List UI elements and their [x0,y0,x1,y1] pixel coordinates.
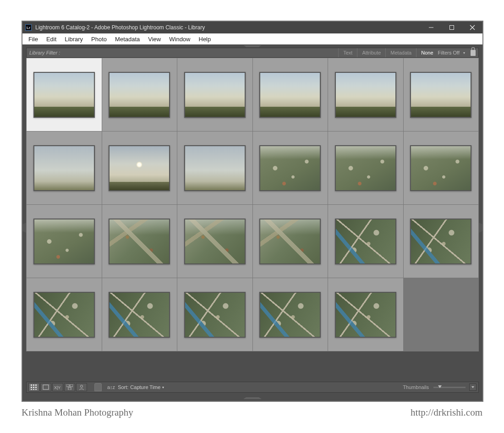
title-bar: Lr Lightroom 6 Catalog-2 - Adobe Photosh… [22,22,482,33]
thumbnail-cell[interactable] [253,205,328,278]
filter-tab-none[interactable]: None [416,48,438,57]
sort-label: Sort: [118,384,128,390]
thumbnail-image [335,72,396,118]
maximize-button[interactable] [441,22,462,33]
menu-window[interactable]: Window [165,36,194,43]
thumbnail-image [109,72,170,118]
thumbnail-image [259,145,321,191]
compare-view-button[interactable]: X|Y [52,383,63,391]
image-caption: Krishna Mohan Photography http://drkrish… [22,407,482,418]
thumbnail-image [184,145,246,191]
thumbnail-image [259,72,321,118]
thumbnail-cell[interactable] [102,278,177,351]
thumbnail-cell[interactable] [177,278,252,351]
thumbnail-cell[interactable] [102,205,177,278]
minimize-button[interactable] [421,22,441,33]
thumbnail-cell[interactable] [27,58,102,131]
svg-rect-9 [35,387,37,388]
svg-rect-17 [68,388,71,390]
svg-rect-15 [66,384,69,387]
thumbnail-image [335,145,396,191]
menu-photo[interactable]: Photo [87,36,111,43]
menu-view[interactable]: View [144,36,165,43]
thumbnail-cell[interactable] [328,278,403,351]
thumbnail-cell[interactable] [27,132,102,204]
svg-rect-8 [33,387,34,388]
bottom-toolbar: X|Y a↕z Sort: Capture Time ▾ Thumbnails [26,382,479,393]
menu-edit[interactable]: Edit [42,36,60,43]
thumbnail-cell[interactable] [328,58,403,131]
thumbnail-cell[interactable] [328,205,403,278]
thumbnail-image [33,72,95,118]
thumbnail-image [410,219,471,264]
app-window: Lr Lightroom 6 Catalog-2 - Adobe Photosh… [22,21,483,402]
panel-grip-bottom[interactable] [22,396,482,400]
thumbnail-cell[interactable] [404,132,479,204]
svg-rect-5 [33,384,34,386]
menu-help[interactable]: Help [195,36,215,43]
thumbnail-image [33,219,95,264]
menu-metadata[interactable]: Metadata [111,36,144,43]
svg-text:X|Y: X|Y [54,385,60,390]
thumbnail-cell[interactable] [177,58,252,131]
thumbnail-image [410,145,471,191]
svg-rect-6 [35,384,37,386]
filter-tab-text[interactable]: Text [338,48,357,57]
caption-url: http://drkrishi.com [411,407,482,418]
window-title: Lightroom 6 Catalog-2 - Adobe Photoshop … [35,24,421,31]
thumbnail-cell[interactable] [102,58,177,131]
thumbnail-grid [26,58,479,351]
thumbnail-image [335,219,396,264]
thumbnail-grid-area[interactable] [26,58,479,382]
thumbnail-image [184,292,246,338]
filter-tab-metadata[interactable]: Metadata [385,48,416,57]
close-button[interactable] [462,22,482,33]
sort-direction-toggle[interactable]: a↕z [107,384,115,390]
thumbnail-cell[interactable] [253,278,328,351]
panel-grip-right[interactable] [479,223,482,233]
painter-tool[interactable] [94,383,102,391]
thumbnail-image [33,145,95,191]
sort-dropdown-icon[interactable]: ▾ [162,385,164,389]
thumbnail-image [184,219,246,264]
thumbnail-cell[interactable] [404,58,479,131]
thumbnails-label: Thumbnails [403,384,429,390]
thumbnail-cell[interactable] [177,205,252,278]
thumbnail-size-slider[interactable] [433,387,466,388]
thumbnail-image [33,292,95,338]
people-view-button[interactable] [76,383,87,391]
thumbnail-cell[interactable] [253,58,328,131]
svg-rect-11 [33,389,34,390]
svg-point-18 [81,385,83,388]
menu-library[interactable]: Library [60,36,87,43]
thumbnail-cell[interactable] [102,132,177,204]
loupe-view-button[interactable] [40,383,51,391]
menu-file[interactable]: File [24,36,42,43]
panel-grip-top[interactable] [22,44,482,48]
filters-off-toggle[interactable]: Filters Off [438,50,460,55]
sort-value[interactable]: Capture Time [130,384,160,390]
thumbnail-cell[interactable] [177,132,252,204]
svg-rect-16 [70,384,73,387]
svg-rect-12 [35,389,37,390]
panel-grip-left[interactable] [22,223,26,233]
caption-author: Krishna Mohan Photography [22,407,133,418]
thumbnail-cell[interactable] [404,205,479,278]
lock-icon[interactable] [471,50,476,56]
thumbnail-image [109,292,170,338]
survey-view-button[interactable] [64,383,75,391]
filter-tab-attribute[interactable]: Attribute [357,48,385,57]
grid-view-button[interactable] [28,383,39,391]
thumbnail-image [335,292,396,338]
thumbnail-image [109,219,170,264]
thumbnail-cell[interactable] [27,278,102,351]
thumbnail-image [259,292,321,338]
svg-rect-4 [31,384,32,386]
thumbnail-cell[interactable] [253,132,328,204]
workspace: Library Filter : TextAttributeMetadataNo… [22,44,482,401]
thumbnail-cell[interactable] [27,205,102,278]
thumbnail-cell[interactable] [328,132,403,204]
thumbnail-image [184,72,246,118]
app-icon: Lr [25,24,32,31]
toolbar-menu-button[interactable] [469,384,477,391]
